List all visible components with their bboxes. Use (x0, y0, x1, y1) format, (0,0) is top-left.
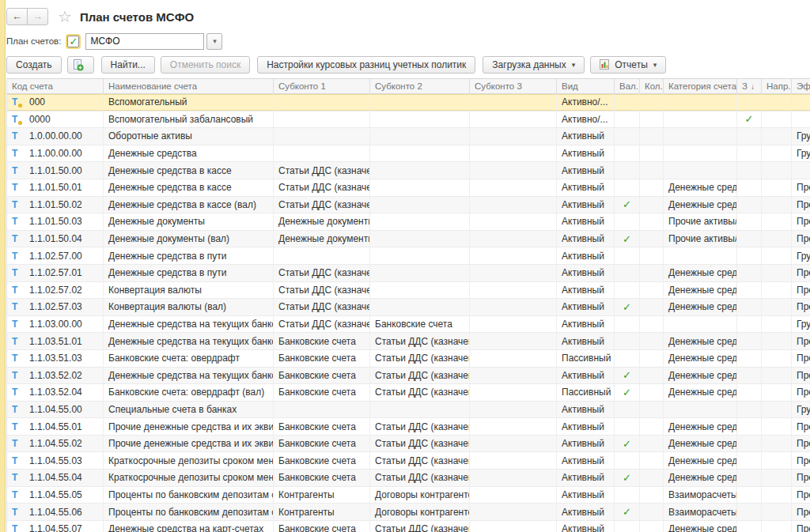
table-row[interactable]: Т1.0.00.00.00Оборотные активыАктивныйГру (7, 128, 810, 145)
cell-sub2 (370, 231, 470, 247)
account-code: 1.1.03.51.03 (29, 353, 82, 364)
table-row[interactable]: Т0000Вспомогательный забалансовыйАктивно… (7, 111, 810, 129)
cell-napr (762, 231, 792, 247)
cell-sub2: Статьи ДДС (казначей... (370, 333, 470, 349)
chart-of-accounts-value[interactable]: МСФО (85, 33, 204, 50)
cell-ef: Пре (792, 350, 810, 367)
table-row[interactable]: Т1.1.01.50.00Денежные средства в кассеСт… (7, 162, 810, 179)
chart-of-accounts-label: План счетов: (6, 36, 61, 46)
cell-cat: Денежные сред... (664, 418, 737, 435)
forward-button[interactable]: → (27, 8, 48, 25)
cell-ef (792, 111, 810, 128)
column-header-sub3[interactable]: Субконто 3 (470, 79, 557, 93)
cell-vid: Активный (557, 418, 615, 435)
cell-val: ✓ (615, 384, 640, 401)
column-header-vid[interactable]: Вид (557, 79, 615, 93)
column-header-cat[interactable]: Категория счета (664, 79, 737, 93)
table-row[interactable]: Т1.1.03.52.02Денежные средства на текущи… (7, 368, 810, 385)
fx-rate-settings-button[interactable]: Настройки курсовых разниц учетных полити… (257, 56, 475, 74)
column-header-label: Субконто 1 (278, 81, 326, 91)
cell-sub1: Банковские счета (274, 350, 370, 367)
cell-zab (737, 402, 762, 418)
account-type-icon: Т (12, 524, 25, 532)
cell-zab (737, 504, 762, 520)
cell-vid: Активный (557, 487, 615, 504)
table-row[interactable]: Т1.1.04.55.06Проценты по банковским депо… (7, 504, 810, 521)
cell-ef: Гру (792, 247, 810, 264)
cell-name: Банковские счета: овердрафт (вал) (104, 384, 274, 401)
reports-button[interactable]: Отчеты ▾ (590, 56, 666, 74)
table-row[interactable]: Т1.1.04.55.00Специальные счета в банкахА… (7, 402, 810, 419)
table-row[interactable]: Т1.1.00.00.00Денежные средстваАктивныйГр… (7, 145, 810, 163)
column-header-code[interactable]: Код счета (7, 79, 104, 93)
table-row[interactable]: Т1.1.01.50.04Денежные документы (вал)Ден… (7, 231, 810, 248)
table-row[interactable]: Т1.1.02.57.01Денежные средства в путиСта… (7, 265, 810, 282)
cell-napr (762, 521, 792, 532)
back-button[interactable]: ← (6, 8, 28, 25)
load-data-label: Загрузка данных (492, 59, 566, 70)
table-row[interactable]: Т1.1.03.52.04Банковские счета: овердрафт… (7, 384, 810, 402)
cell-vid: Пассивный (557, 384, 615, 401)
table-row[interactable]: Т1.1.04.55.02Прочие денежные средства и … (7, 436, 810, 453)
table-row[interactable]: Т1.1.04.55.01Прочие денежные средства и … (7, 418, 810, 436)
table-row[interactable]: Т1.1.03.00.00Денежные средства на текущи… (7, 316, 810, 334)
column-header-kol[interactable]: Кол. (640, 79, 664, 93)
table-row[interactable]: Т1.1.04.55.05Проценты по банковским депо… (7, 487, 810, 504)
table-row[interactable]: Т1.1.03.51.03Банковские счета: овердрафт… (7, 350, 810, 368)
cell-sub1 (274, 128, 370, 145)
account-type-icon: Т (12, 200, 25, 209)
cell-sub1: Статьи ДДС (казначей... (274, 162, 370, 179)
cell-val (615, 162, 640, 179)
cell-val (615, 265, 640, 281)
cell-napr (762, 128, 792, 145)
cell-val (615, 521, 640, 532)
combobox-dropdown-button[interactable]: ▾ (206, 33, 222, 50)
cell-zab (737, 470, 762, 486)
account-type-icon: Т (12, 268, 25, 277)
cell-sub2: Статьи ДДС (казначей... (370, 350, 470, 367)
check-icon: ✓ (623, 198, 631, 210)
column-header-val[interactable]: Вал. (615, 79, 640, 93)
cell-kol (640, 402, 664, 418)
table-row[interactable]: Т1.1.04.55.03Краткосрочные депозиты срок… (7, 452, 810, 470)
table-row[interactable]: Т1.1.02.57.00Денежные средства в путиАкт… (7, 247, 810, 265)
load-data-button[interactable]: Загрузка данных ▾ (483, 56, 585, 74)
column-header-zab[interactable]: З↓ (737, 79, 762, 93)
cell-sub3 (470, 145, 557, 162)
chart-of-accounts-checkbox[interactable]: ✓ (67, 36, 79, 47)
cancel-search-button[interactable]: Отменить поиск (161, 56, 250, 74)
table-row[interactable]: Т1.1.03.51.01Денежные средства на текущи… (7, 333, 810, 350)
check-icon: ✓ (623, 301, 631, 313)
cell-sub1: Статьи ДДС (казначей... (274, 197, 370, 213)
table-row[interactable]: Т1.1.02.57.02Конвертация валютыСтатьи ДД… (7, 282, 810, 300)
create-button[interactable]: Создать (6, 56, 62, 74)
account-type-icon: Т (12, 251, 25, 261)
column-header-label: Субконто 2 (375, 81, 422, 91)
cell-val (615, 452, 640, 469)
account-code: 1.1.04.55.07 (29, 523, 82, 532)
cell-ef: Пре (792, 368, 810, 384)
table-row[interactable]: Т1.1.02.57.03Конвертация валюты (вал)Ста… (7, 299, 810, 316)
table-row[interactable]: Т1.1.01.50.01Денежные средства в кассеСт… (7, 179, 810, 197)
cell-zab (737, 333, 762, 349)
column-header-sub1[interactable]: Субконто 1 (274, 79, 370, 93)
table-row[interactable]: Т1.1.01.50.03Денежные документыДенежные … (7, 213, 810, 231)
cell-vid: Активно/... (557, 111, 615, 128)
column-header-name[interactable]: Наименование счета (104, 79, 274, 93)
account-code: 1.1.04.55.04 (29, 472, 82, 483)
find-button[interactable]: Найти... (101, 56, 155, 74)
column-header-ef[interactable]: Эф (792, 79, 810, 93)
favorite-star-icon[interactable]: ☆ (58, 9, 72, 25)
table-row[interactable]: Т1.1.04.55.07Денежные средства на карт-с… (7, 521, 810, 532)
create-group-button[interactable] (67, 56, 94, 74)
table-row[interactable]: Т1.1.04.55.04Краткосрочные депозиты срок… (7, 470, 810, 487)
column-header-sub2[interactable]: Субконто 2 (370, 79, 470, 93)
table-row[interactable]: Т1.1.01.50.02Денежные средства в кассе (… (7, 197, 810, 214)
cell-vid: Активный (557, 145, 615, 162)
form-left-strip (0, 0, 6, 532)
cell-vid: Активный (557, 452, 615, 469)
column-header-napr[interactable]: Напр. (762, 79, 792, 93)
account-code: 1.1.04.55.02 (29, 438, 82, 449)
table-row[interactable]: Т000ВспомогательныйАктивно/... (7, 94, 810, 111)
cell-vid: Активно/... (557, 94, 615, 111)
